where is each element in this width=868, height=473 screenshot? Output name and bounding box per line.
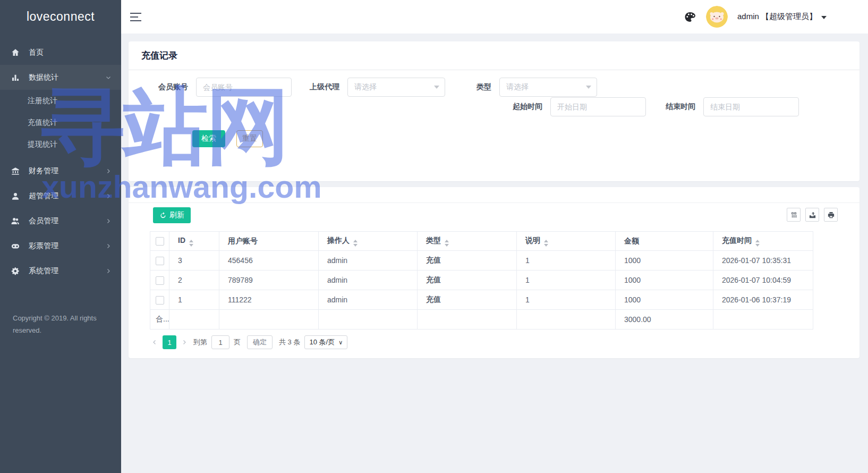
parent-agent-field: 上级代理 请选择 [310, 78, 445, 97]
cell-amount: 1000 [616, 251, 713, 271]
sidebar-item-finance[interactable]: 财务管理 [0, 158, 121, 183]
print-button[interactable] [824, 208, 838, 222]
cell-amount: 1000 [616, 290, 713, 310]
chevron-right-icon [105, 218, 112, 224]
sidebar-item-label: 会员管理 [29, 216, 58, 226]
search-button[interactable]: 检索 [192, 130, 225, 147]
records-table: ID 用户账号 操作人 类型 说明 金额 充值时间 3 456456 admin… [150, 231, 813, 330]
chevron-right-icon [105, 268, 112, 274]
header-time[interactable]: 充值时间 [713, 232, 813, 251]
sidebar-item-label: 财务管理 [29, 166, 58, 176]
page-unit-label: 页 [234, 337, 241, 347]
summary-row: 合... 3000.00 [150, 310, 813, 330]
sidebar-item-system[interactable]: 系统管理 [0, 258, 121, 283]
reset-button[interactable]: 重置 [236, 130, 263, 147]
cell-note: 1 [517, 251, 616, 271]
copyright-text: Copyright © 2019. All rights reserved. [13, 312, 108, 336]
table-row: 3 456456 admin 充值 1 1000 2026-01-07 10:3… [150, 251, 813, 271]
username-label: admin 【超级管理员】 [737, 12, 817, 22]
type-field: 类型 请选择 [476, 78, 597, 97]
cell-time: 2026-01-07 10:35:31 [713, 251, 813, 271]
select-value: 请选择 [354, 82, 377, 92]
goto-confirm-button[interactable]: 确定 [247, 335, 273, 349]
sidebar-menu: 首页 数据统计 注册统计 充值统计 提现统计 财务管理 超管管理 会员管理 彩票… [0, 40, 121, 283]
header-id[interactable]: ID [169, 232, 219, 251]
sidebar-subitem-register-stats[interactable]: 注册统计 [0, 90, 121, 112]
sort-icon[interactable] [353, 240, 358, 247]
table-card-divider [129, 187, 860, 203]
row-checkbox[interactable] [156, 257, 164, 265]
start-time-field: 起始时间 [513, 97, 646, 116]
cell-operator: admin [319, 290, 418, 310]
bar-chart-icon [11, 73, 20, 82]
theme-palette-icon[interactable] [684, 11, 696, 23]
sidebar-toggle-icon[interactable] [130, 13, 142, 21]
sort-icon[interactable] [755, 240, 760, 247]
sidebar-item-label: 超管管理 [29, 191, 58, 201]
header-account: 用户账号 [219, 232, 319, 251]
select-caret-icon [434, 86, 439, 89]
submenu-label: 提现统计 [28, 140, 57, 149]
table-toolbar: 刷新 [153, 207, 838, 223]
start-date-input[interactable] [550, 97, 646, 116]
sidebar-subitem-recharge-stats[interactable]: 充值统计 [0, 112, 121, 133]
parent-agent-select[interactable]: 请选择 [347, 78, 445, 97]
next-page-button[interactable] [180, 335, 189, 349]
cell-account: 111222 [219, 290, 319, 310]
export-button[interactable] [805, 208, 819, 222]
member-account-input[interactable] [196, 78, 292, 97]
header-amount: 金额 [616, 232, 713, 251]
cell-operator: admin [319, 251, 418, 271]
select-all-checkbox[interactable] [156, 237, 164, 246]
header-note[interactable]: 说明 [517, 232, 616, 251]
users-icon [11, 216, 20, 226]
caret-down-icon [821, 16, 827, 19]
prev-page-button[interactable] [150, 335, 159, 349]
topbar: admin 【超级管理员】 [121, 0, 868, 33]
header-operator[interactable]: 操作人 [319, 232, 418, 251]
sidebar-subitem-withdraw-stats[interactable]: 提现统计 [0, 133, 121, 155]
sort-icon[interactable] [189, 240, 193, 247]
user-icon [11, 191, 20, 201]
page-title: 充值记录 [129, 41, 860, 70]
submenu-label: 注册统计 [28, 96, 57, 106]
sidebar-item-label: 数据统计 [29, 73, 58, 82]
type-select[interactable]: 请选择 [499, 78, 597, 97]
end-time-label: 结束时间 [666, 102, 695, 112]
goto-page-input[interactable] [211, 335, 229, 349]
refresh-button[interactable]: 刷新 [153, 207, 191, 223]
sidebar-item-data-stats[interactable]: 数据统计 [0, 65, 121, 90]
sort-icon[interactable] [544, 240, 548, 247]
member-account-field: 会员账号 [158, 78, 292, 97]
page-1-button[interactable]: 1 [163, 335, 176, 349]
refresh-label: 刷新 [169, 210, 184, 220]
sidebar-item-label: 首页 [29, 48, 44, 57]
cell-type: 充值 [418, 251, 517, 271]
sort-icon[interactable] [445, 240, 449, 247]
summary-amount: 3000.00 [616, 310, 713, 330]
cell-id: 3 [169, 251, 219, 271]
page-size-select[interactable]: 10 条/页 ∨ [304, 335, 347, 349]
sidebar-item-super-admin[interactable]: 超管管理 [0, 183, 121, 208]
bank-icon [11, 166, 20, 176]
end-date-input[interactable] [703, 97, 799, 116]
row-checkbox[interactable] [156, 276, 164, 285]
sidebar-item-home[interactable]: 首页 [0, 40, 121, 65]
cell-amount: 1000 [616, 271, 713, 290]
user-menu[interactable]: admin 【超级管理员】 [737, 12, 827, 22]
user-avatar[interactable] [706, 6, 728, 28]
cell-id: 1 [169, 290, 219, 310]
columns-filter-button[interactable] [787, 208, 801, 222]
cell-type: 充值 [418, 271, 517, 290]
cell-account: 456456 [219, 251, 319, 271]
page-size-value: 10 条/页 [309, 337, 335, 347]
header-type[interactable]: 类型 [418, 232, 517, 251]
goto-label: 到第 [193, 337, 207, 347]
member-account-label: 会员账号 [158, 82, 188, 92]
parent-agent-label: 上级代理 [310, 82, 339, 92]
row-checkbox[interactable] [156, 296, 164, 305]
pagination: 1 到第 页 确定 共 3 条 10 条/页 ∨ [150, 335, 838, 349]
cell-type: 充值 [418, 290, 517, 310]
sidebar-item-members[interactable]: 会员管理 [0, 208, 121, 233]
sidebar-item-lottery[interactable]: 彩票管理 [0, 233, 121, 258]
